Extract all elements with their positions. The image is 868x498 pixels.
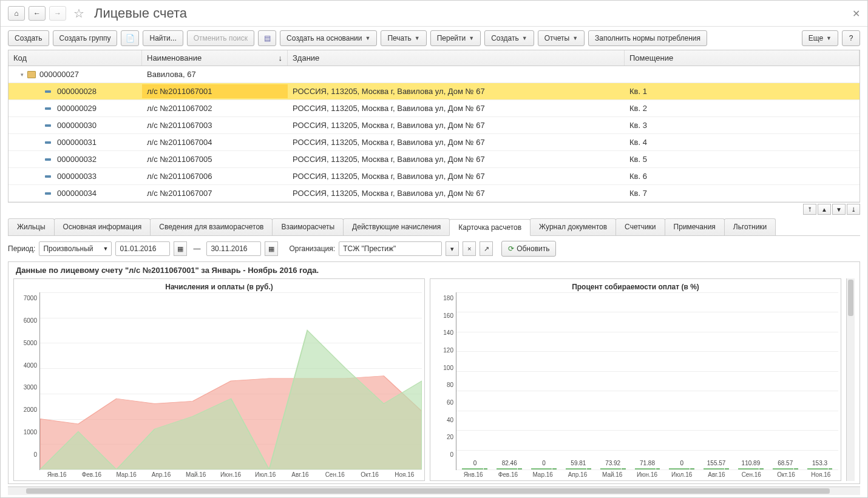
horizontal-scrollbar[interactable] (8, 486, 860, 495)
org-clear-button[interactable]: × (463, 241, 476, 256)
tab-9[interactable]: Льготники (724, 218, 776, 235)
chart-1: Процент собираемости оплат (в %) 1801601… (430, 278, 841, 481)
find-button[interactable]: Найти... (143, 30, 183, 46)
back-button[interactable]: ← (29, 6, 46, 21)
accounts-table: Код Наименование↓ Здание Помещение ▾0000… (8, 50, 860, 203)
favorite-star-icon[interactable]: ☆ (73, 6, 84, 21)
chart-0: Начисления и оплаты (в руб.) 70006000500… (13, 278, 425, 481)
item-icon (45, 192, 51, 195)
date-to-input[interactable]: 30.11.2016 (206, 241, 261, 256)
item-icon (45, 158, 51, 161)
table-folder-row[interactable]: ▾000000027Вавилова, 67 (8, 66, 860, 83)
column-building[interactable]: Здание (288, 50, 625, 66)
date-from-input[interactable]: 01.01.2016 (115, 241, 170, 256)
org-dropdown-button[interactable]: ▾ (446, 241, 459, 256)
folder-icon (27, 71, 36, 78)
reports-button[interactable]: Отчеты▼ (538, 30, 585, 46)
scroll-down-button[interactable]: ▼ (832, 204, 846, 215)
home-button[interactable]: ⌂ (8, 6, 25, 21)
vertical-scrollbar[interactable] (846, 278, 855, 481)
item-icon (45, 141, 51, 144)
calendar-icon: ▦ (268, 245, 274, 253)
tab-6[interactable]: Журнал документов (530, 218, 616, 235)
column-name[interactable]: Наименование↓ (142, 50, 288, 66)
y-axis: 70006000500040003000200010000 (16, 292, 39, 470)
tab-3[interactable]: Взаиморасчеты (272, 218, 344, 235)
chart-title: Процент собираемости оплат (в %) (433, 281, 838, 292)
plot-area (39, 292, 422, 470)
copy-icon: 📄 (126, 34, 135, 42)
period-label: Период: (8, 244, 35, 253)
more-button[interactable]: Еще▼ (802, 30, 838, 46)
plot-area: 082.46059.8173.9271.880155.57110.8968.57… (456, 292, 838, 470)
forward-button[interactable]: → (49, 6, 66, 21)
sort-icon: ↓ (279, 53, 283, 62)
period-type-select[interactable]: Произвольный▼ (39, 241, 112, 256)
create-menu-button[interactable]: Создать▼ (484, 30, 534, 46)
tab-1[interactable]: Основная информация (54, 218, 151, 235)
tab-4[interactable]: Действующие начисления (343, 218, 450, 235)
org-input[interactable]: ТСЖ "Престиж" (339, 241, 442, 256)
item-icon (45, 175, 51, 178)
org-label: Организация: (289, 244, 335, 253)
table-row[interactable]: 000000028л/с №2011067001РОССИЯ, 113205, … (8, 83, 860, 100)
caret-down-icon: ▼ (522, 35, 527, 41)
calendar-to-button[interactable]: ▦ (265, 241, 278, 256)
chart-main-title: Данные по лицевому счету "л/с №201106700… (8, 262, 860, 278)
item-icon (45, 107, 51, 110)
calendar-icon: ▦ (177, 245, 183, 253)
list-mode-button[interactable]: ▤ (258, 30, 276, 46)
create-group-button[interactable]: Создать группу (53, 30, 118, 46)
table-row[interactable]: 000000029л/с №2011067002РОССИЯ, 113205, … (8, 100, 860, 117)
caret-down-icon: ▼ (572, 35, 578, 41)
x-axis: Янв.16Фев.16Мар.16Апр.16Май.16Июн.16Июл.… (433, 470, 838, 478)
refresh-button[interactable]: ⟳Обновить (501, 241, 556, 257)
item-icon (45, 124, 51, 127)
scroll-top-button[interactable]: ⤒ (803, 204, 816, 215)
table-row[interactable]: 000000033л/с №2011067006РОССИЯ, 113205, … (8, 168, 860, 185)
column-room[interactable]: Помещение (625, 50, 860, 66)
create-based-button[interactable]: Создать на основании▼ (280, 30, 377, 46)
list-icon: ▤ (264, 34, 271, 42)
caret-down-icon: ▼ (826, 35, 832, 41)
page-title: Лицевые счета (94, 5, 187, 21)
goto-button[interactable]: Перейти▼ (430, 30, 481, 46)
column-code[interactable]: Код (8, 50, 142, 66)
scroll-bottom-button[interactable]: ⤓ (847, 204, 860, 215)
caret-down-icon: ▼ (469, 35, 474, 41)
copy-button[interactable]: 📄 (121, 30, 139, 46)
refresh-icon: ⟳ (508, 244, 514, 253)
fill-norms-button[interactable]: Заполнить нормы потребления (588, 30, 707, 46)
org-open-button[interactable]: ↗ (480, 241, 493, 256)
tab-2[interactable]: Сведения для взаиморасчетов (150, 218, 273, 235)
x-axis: Янв.16Фев.16Мар.16Апр.16Май.16Июн.16Июл.… (16, 470, 422, 478)
chart-title: Начисления и оплаты (в руб.) (16, 281, 422, 292)
table-row[interactable]: 000000034л/с №2011067007РОССИЯ, 113205, … (8, 185, 860, 202)
tab-5[interactable]: Карточка расчетов (449, 219, 531, 236)
item-icon (45, 90, 51, 93)
y-axis: 180160140120100806040200 (433, 292, 456, 470)
caret-down-icon: ▼ (365, 35, 371, 41)
create-button[interactable]: Создать (8, 30, 49, 46)
close-button[interactable]: ✕ (852, 8, 860, 19)
tab-0[interactable]: Жильцы (8, 218, 55, 235)
tab-7[interactable]: Счетчики (615, 218, 665, 235)
caret-down-icon: ▼ (103, 246, 109, 252)
calendar-from-button[interactable]: ▦ (174, 241, 187, 256)
cancel-search-button: Отменить поиск (187, 30, 254, 46)
table-row[interactable]: 000000030л/с №2011067003РОССИЯ, 113205, … (8, 117, 860, 134)
print-button[interactable]: Печать▼ (381, 30, 426, 46)
tab-8[interactable]: Примечания (665, 218, 725, 235)
table-row[interactable]: 000000032л/с №2011067005РОССИЯ, 113205, … (8, 151, 860, 168)
scroll-up-button[interactable]: ▲ (818, 204, 831, 215)
help-button[interactable]: ? (842, 30, 860, 46)
table-row[interactable]: 000000031л/с №2011067004РОССИЯ, 113205, … (8, 134, 860, 151)
caret-down-icon: ▼ (415, 35, 420, 41)
